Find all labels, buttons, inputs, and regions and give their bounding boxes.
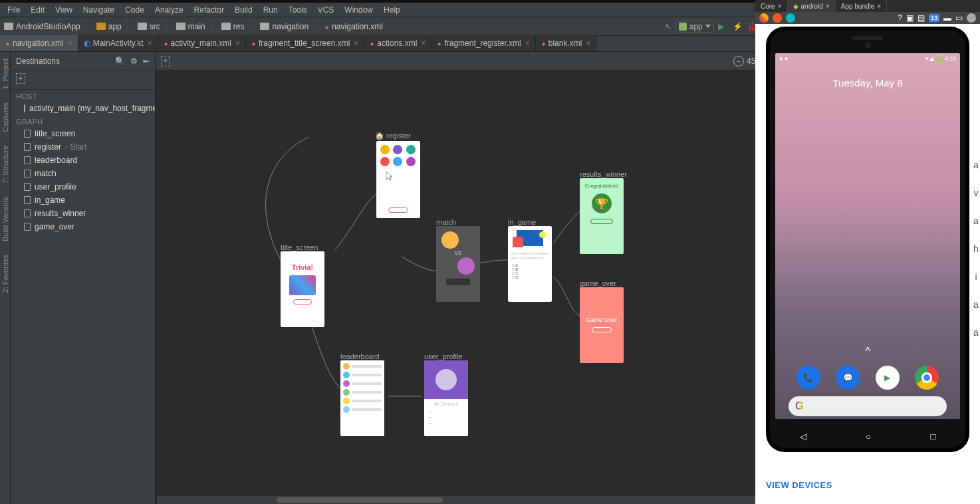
close-icon[interactable]: ×	[235, 39, 240, 48]
nav-back[interactable]: ◁	[800, 432, 806, 441]
crumb-res[interactable]: res	[233, 22, 245, 31]
device-icon[interactable]: ▭	[955, 13, 963, 23]
gutter-favorites[interactable]: 2: Favorites	[1, 255, 9, 293]
canvas-viewport[interactable]: 🏠 register title_screen Trivia! match VS	[156, 70, 807, 504]
menu-refactor[interactable]: Refactor	[189, 4, 229, 16]
menu-window[interactable]: Window	[340, 4, 378, 16]
menu-edit[interactable]: Edit	[26, 4, 49, 16]
btab-bundle[interactable]: App bundle×	[836, 0, 887, 12]
close-icon[interactable]: ×	[778, 3, 782, 10]
crumb-main[interactable]: main	[188, 22, 205, 31]
dest-leaderboard[interactable]: leaderboard	[11, 154, 155, 167]
crumb-file[interactable]: navigation.xml	[332, 22, 383, 31]
browser-icon[interactable]	[786, 13, 795, 23]
host-item[interactable]: activity_main (my_nav_host_fragme	[11, 102, 155, 115]
crumb-project[interactable]: AndroidStudioApp	[16, 22, 80, 31]
count-badge[interactable]: 13	[929, 14, 939, 22]
destinations-title: Destinations	[16, 57, 60, 66]
gutter-build-variants[interactable]: Build Variants	[1, 197, 9, 241]
node-register[interactable]	[376, 141, 420, 218]
tab-activity-main[interactable]: ⬥activity_main.xml×	[158, 35, 246, 51]
node-in-game[interactable]: How many kilometers are in a marathon? □…	[508, 226, 552, 302]
gutter-project[interactable]: 1: Project	[1, 59, 9, 89]
tab-fragment-register[interactable]: ⬥fragment_register.xml×	[431, 35, 535, 51]
dest-results-winner[interactable]: results_winner	[11, 207, 155, 220]
destinations-panel: Destinations 🔍 ⚙ ⇤ + HOST activity_main …	[11, 52, 156, 504]
tab-icon[interactable]: ▣	[906, 13, 914, 23]
close-icon[interactable]: ×	[421, 39, 426, 48]
btab-core[interactable]: Core×	[755, 0, 788, 12]
add-destination-icon[interactable]: +	[161, 56, 170, 66]
dest-match[interactable]: match	[11, 167, 155, 180]
instant-run-icon[interactable]: ⚡	[733, 22, 742, 31]
view-devices-link[interactable]: VIEW DEVICES	[755, 469, 980, 501]
dest-title-screen[interactable]: title_screen	[11, 127, 155, 140]
close-icon[interactable]: ×	[68, 39, 72, 48]
crumb-navigation[interactable]: navigation	[272, 22, 308, 31]
app-play-icon[interactable]: ▶	[876, 366, 900, 390]
dest-register[interactable]: register - Start	[11, 140, 155, 154]
menu-tools[interactable]: Tools	[284, 4, 312, 16]
run-icon[interactable]: ▶	[718, 22, 727, 31]
crumb-src[interactable]: src	[150, 22, 160, 31]
search-icon[interactable]: 🔍	[115, 57, 125, 66]
menu-build[interactable]: Build	[230, 4, 257, 16]
gutter-structure[interactable]: 7: Structure	[1, 146, 9, 184]
node-results-winner[interactable]: Congratulations! 🏆	[580, 178, 624, 254]
dest-game-over[interactable]: game_over	[11, 220, 155, 233]
chrome-icon[interactable]	[759, 13, 769, 23]
menu-vcs[interactable]: VCS	[313, 4, 339, 16]
app-phone-icon[interactable]: 📞	[796, 366, 820, 390]
phone-search[interactable]: G	[789, 396, 947, 416]
collapse-icon[interactable]: ⇤	[143, 57, 150, 66]
node-user-profile[interactable]: Ali Connors ———	[424, 360, 468, 436]
close-icon[interactable]: ×	[826, 3, 830, 10]
drawer-arrow-icon[interactable]: ^	[865, 346, 870, 358]
canvas-hscrollbar[interactable]	[157, 496, 807, 504]
tab-mainactivity[interactable]: ◐MainActivity.kt×	[78, 35, 158, 51]
nav-back-icon[interactable]: ↖	[665, 22, 672, 31]
tab-actions[interactable]: ⬥actions.xml×	[364, 35, 431, 51]
run-configuration[interactable]: app	[675, 21, 714, 33]
node-title-screen[interactable]: Trivia!	[281, 251, 324, 327]
close-icon[interactable]: ×	[586, 39, 590, 48]
menu-run[interactable]: Run	[259, 4, 283, 16]
menu-file[interactable]: File	[3, 4, 25, 16]
help-icon[interactable]: ?	[898, 13, 902, 23]
dest-in-game[interactable]: in_game	[11, 193, 155, 207]
nav-recents[interactable]: □	[930, 432, 935, 441]
navigation-edges	[156, 70, 807, 504]
close-icon[interactable]: ×	[354, 39, 358, 48]
destination-icon	[24, 156, 31, 164]
node-game-over[interactable]: Game Over	[580, 287, 624, 363]
browser-icon[interactable]	[773, 13, 782, 23]
avatar-icon[interactable]	[967, 13, 976, 23]
menu-analyze[interactable]: Analyze	[150, 4, 188, 16]
close-icon[interactable]: ×	[148, 39, 152, 48]
btab-android[interactable]: ◆android×	[788, 0, 836, 12]
node-match[interactable]: VS	[436, 226, 480, 302]
menu-view[interactable]: View	[51, 4, 77, 16]
bookmark-icon[interactable]: ▤	[918, 13, 925, 23]
menu-navigate[interactable]: Navigate	[78, 4, 119, 16]
chrome-toolbar: ? ▣ ▤ 13 ▬ ▭	[755, 12, 980, 24]
gutter-captures[interactable]: Captures	[1, 102, 9, 132]
nav-home[interactable]: ○	[866, 432, 871, 441]
tab-navigation[interactable]: ⬥navigation.xml×	[0, 35, 78, 51]
tab-blank[interactable]: ⬥blank.xml×	[536, 35, 597, 51]
more-icon[interactable]: ▬	[943, 13, 951, 23]
phone-screen[interactable]: ● ● ▾◢ 🔋 4:18 Tuesday, May 8 ^ 📞 💬 ▶ G	[775, 53, 960, 419]
dest-user-profile[interactable]: user_profile	[11, 180, 155, 193]
crumb-app[interactable]: app	[108, 22, 122, 31]
app-messages-icon[interactable]: 💬	[836, 366, 860, 390]
menu-help[interactable]: Help	[379, 4, 405, 16]
add-destination-icon[interactable]: +	[16, 73, 25, 84]
close-icon[interactable]: ×	[525, 39, 530, 48]
close-icon[interactable]: ×	[877, 3, 881, 10]
gear-icon[interactable]: ⚙	[130, 57, 138, 66]
app-chrome-icon[interactable]	[915, 366, 939, 390]
tab-fragment-title[interactable]: ⬥fragment_title_screen.xml×	[246, 35, 364, 51]
node-leaderboard[interactable]	[340, 360, 384, 436]
zoom-out-icon[interactable]: −	[733, 56, 744, 66]
menu-code[interactable]: Code	[120, 4, 149, 16]
